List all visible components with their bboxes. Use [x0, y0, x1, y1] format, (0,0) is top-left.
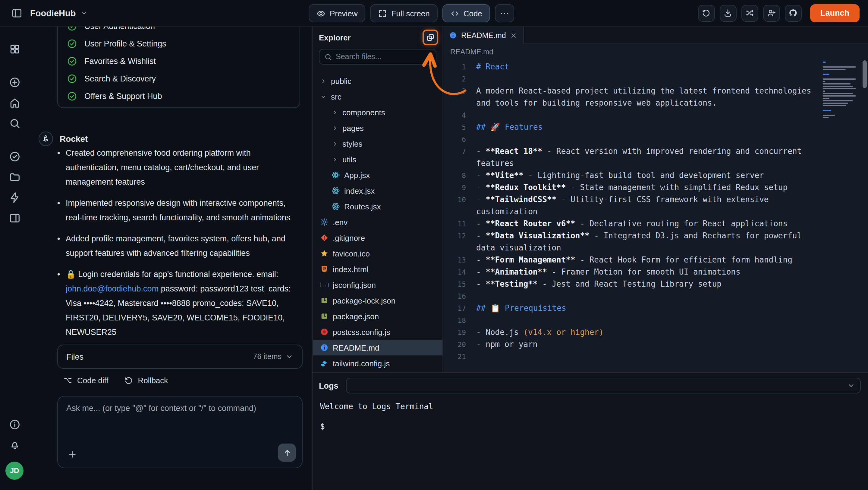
- code-editor[interactable]: 1# React23A modern React-based project u…: [443, 59, 868, 372]
- logs-prompt: $: [320, 422, 861, 431]
- code-line-11: 11- **React Router v6** - Declarative ro…: [443, 218, 868, 230]
- file-index.jsx[interactable]: index.jsx: [313, 183, 442, 199]
- svg-text:{..}: {..}: [320, 282, 329, 288]
- chat-input-box: [57, 396, 303, 468]
- history-icon: [702, 8, 711, 18]
- checklist-item: Offers & Support Hub: [58, 87, 300, 105]
- layout-columns-icon: [9, 212, 20, 224]
- chat-bullet: •🔒 Login credentials for app's functiona…: [57, 267, 306, 340]
- code-diff-button[interactable]: Code diff: [63, 376, 108, 385]
- logs-collapse-bar[interactable]: [346, 378, 861, 394]
- code-line-7: 7- **React 18** - React version with imp…: [443, 145, 868, 170]
- folder-styles[interactable]: styles: [313, 136, 442, 151]
- project-switcher[interactable]: FoodieHub: [30, 8, 88, 18]
- braces-icon: {..}: [320, 281, 329, 289]
- logs-welcome: Welcome to Logs Terminal: [320, 402, 861, 411]
- attach-button[interactable]: [65, 447, 80, 462]
- folder-pages[interactable]: pages: [313, 120, 442, 136]
- invite-user-icon: [767, 8, 776, 18]
- rail-search-button[interactable]: [4, 113, 25, 133]
- sidebar-toggle-button[interactable]: [8, 4, 25, 22]
- code-line-5: 5## 🚀 Features: [443, 121, 868, 133]
- bell-icon: [9, 439, 20, 451]
- chat-bullet: •Created comprehensive food ordering pla…: [57, 146, 306, 190]
- code-line-20: 20- npm or yarn: [443, 339, 868, 351]
- file-index.html[interactable]: index.html: [313, 261, 442, 277]
- rail-check-circle-button[interactable]: [4, 146, 25, 167]
- files-accordion[interactable]: Files 76 items: [57, 345, 303, 369]
- file-jsconfig.json[interactable]: {..}jsconfig.json: [313, 277, 442, 293]
- rail-folder-button[interactable]: [4, 167, 25, 187]
- info-icon: [9, 419, 20, 430]
- file-postcss.config.js[interactable]: postcss.config.js: [313, 324, 442, 340]
- rail-plus-circle-button[interactable]: [4, 72, 25, 92]
- logs-terminal[interactable]: Welcome to Logs Terminal $: [319, 394, 861, 431]
- preview-label: Preview: [330, 9, 358, 18]
- code-button[interactable]: Code: [442, 4, 490, 22]
- file-.gitignore[interactable]: .gitignore: [313, 230, 442, 246]
- chat-panel: User AuthenticationUser Profile & Settin…: [29, 27, 312, 490]
- email-link[interactable]: john.doe@foodiehub.com: [66, 284, 158, 293]
- file-Routes.jsx[interactable]: Routes.jsx: [313, 199, 442, 214]
- panel-left-icon: [11, 7, 22, 19]
- more-button[interactable]: ⋯: [495, 4, 514, 22]
- rail-zap-button[interactable]: [4, 187, 25, 208]
- rail-home-button[interactable]: [4, 92, 25, 113]
- apps-grid-icon: [9, 43, 20, 55]
- code-line-4: 4: [443, 109, 868, 121]
- toggle-explorer-button[interactable]: [424, 31, 437, 44]
- preview-button[interactable]: Preview: [309, 4, 366, 22]
- shuffle-button[interactable]: [741, 4, 758, 22]
- files-label: Files: [66, 352, 84, 361]
- rail-apps-grid-button[interactable]: [4, 39, 25, 59]
- download-button[interactable]: [720, 4, 737, 22]
- expand-icon: [378, 9, 387, 18]
- file-package.json[interactable]: package.json: [313, 308, 442, 324]
- code-line-2: 2: [443, 73, 868, 85]
- rocket-avatar: [38, 132, 53, 146]
- rollback-button[interactable]: Rollback: [124, 376, 168, 385]
- folder-utils[interactable]: utils: [313, 151, 442, 167]
- search-files-input[interactable]: [336, 53, 431, 61]
- chevron-right-icon: [332, 125, 338, 131]
- minimap[interactable]: [823, 62, 860, 122]
- folder-src[interactable]: src: [313, 89, 442, 105]
- files-count: 76 items: [253, 352, 282, 361]
- app-title: FoodieHub: [30, 8, 76, 18]
- folder-public[interactable]: public: [313, 73, 442, 89]
- topbar: FoodieHub PreviewFull screenCode⋯ Launch: [0, 0, 868, 27]
- rail-bottom: JD: [4, 414, 25, 480]
- chevron-right-icon: [332, 156, 338, 163]
- file-.env[interactable]: .env: [313, 214, 442, 230]
- user-avatar[interactable]: JD: [5, 462, 24, 480]
- github-icon: [789, 8, 798, 18]
- download-icon: [724, 8, 733, 18]
- fullscreen-button[interactable]: Full screen: [370, 4, 438, 22]
- rail-info-button[interactable]: [4, 414, 25, 434]
- file-package-lock.json[interactable]: package-lock.json: [313, 293, 442, 308]
- rail-bell-button[interactable]: [4, 434, 25, 455]
- package-icon: [320, 312, 329, 320]
- file-favicon.ico[interactable]: favicon.ico: [313, 246, 442, 261]
- folder-components[interactable]: components: [313, 105, 442, 120]
- star-icon: [320, 249, 329, 258]
- file-App.jsx[interactable]: App.jsx: [313, 167, 442, 183]
- launch-button[interactable]: Launch: [810, 4, 860, 22]
- file-tailwind.config.js[interactable]: tailwind.config.js: [313, 355, 442, 371]
- chat-input[interactable]: [66, 404, 295, 442]
- github-button[interactable]: [785, 4, 802, 22]
- tab-readme[interactable]: README.md: [443, 27, 524, 44]
- folder-icon: [9, 171, 20, 182]
- chevron-down-icon: [847, 381, 855, 390]
- html-icon: [320, 265, 329, 273]
- info-icon: [449, 31, 457, 39]
- file-search: [319, 49, 436, 64]
- send-button[interactable]: [278, 443, 296, 462]
- close-icon[interactable]: [510, 32, 518, 39]
- chat-bullet: •Added profile management, favorites sys…: [57, 232, 306, 261]
- editor-scrollbar[interactable]: [863, 60, 867, 88]
- invite-user-button[interactable]: [763, 4, 780, 22]
- history-button[interactable]: [698, 4, 715, 22]
- file-README.md[interactable]: README.md: [313, 340, 442, 355]
- rail-layout-columns-button[interactable]: [4, 208, 25, 228]
